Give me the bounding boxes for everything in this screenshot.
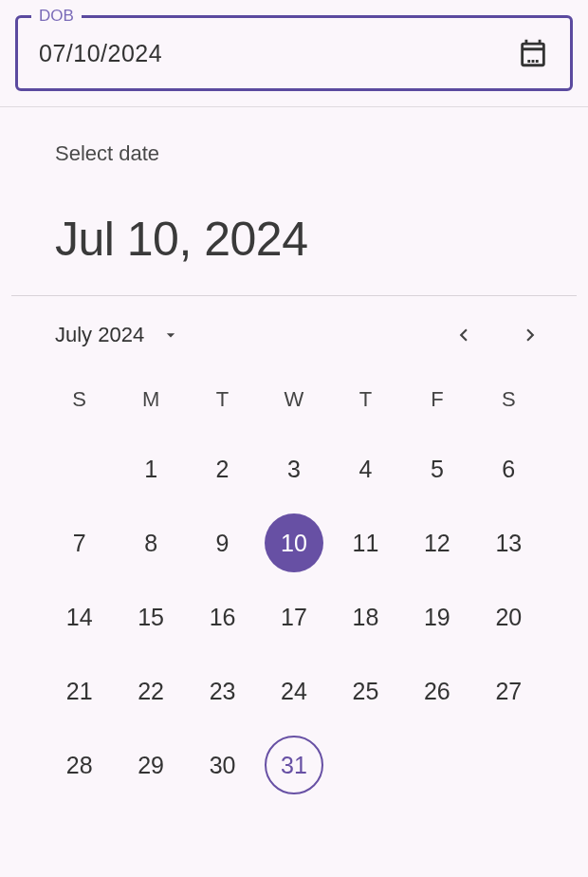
day-cell: 31	[258, 735, 329, 795]
day-cell: 18	[330, 587, 401, 647]
day-cell: 11	[330, 513, 401, 573]
date-picker-panel: Select date Jul 10, 2024 July 2024	[0, 141, 588, 795]
day-30[interactable]: 30	[193, 736, 252, 794]
day-cell: 3	[258, 438, 329, 499]
day-cell: 16	[187, 587, 258, 647]
weekday-header: W	[258, 387, 329, 412]
day-6[interactable]: 6	[479, 439, 538, 498]
day-cell: 7	[44, 513, 115, 573]
weekday-header: M	[115, 387, 186, 412]
day-18[interactable]: 18	[336, 588, 395, 646]
day-23[interactable]: 23	[193, 662, 252, 720]
day-cell: 19	[401, 587, 472, 647]
day-8[interactable]: 8	[121, 513, 180, 572]
dob-input-value: 07/10/2024	[39, 40, 162, 67]
weekday-header: S	[473, 387, 544, 412]
day-cell: 17	[258, 587, 329, 647]
month-year-label: July 2024	[55, 323, 144, 347]
day-cell: 9	[187, 513, 258, 573]
weekday-header: T	[330, 387, 401, 412]
day-16[interactable]: 16	[193, 588, 252, 646]
next-month-button[interactable]	[518, 323, 542, 347]
day-10[interactable]: 10	[265, 513, 323, 572]
day-cell: 5	[401, 438, 472, 499]
chevron-down-icon	[161, 326, 180, 345]
day-cell: 25	[330, 661, 401, 721]
day-cell: 10	[258, 513, 329, 573]
day-4[interactable]: 4	[336, 439, 395, 498]
dob-input-label: DOB	[31, 7, 82, 26]
dob-input-field[interactable]: DOB 07/10/2024	[15, 15, 573, 91]
day-29[interactable]: 29	[121, 736, 180, 794]
day-cell: 2	[187, 438, 258, 499]
day-20[interactable]: 20	[479, 588, 538, 646]
day-26[interactable]: 26	[408, 662, 467, 720]
day-31[interactable]: 31	[265, 736, 323, 794]
day-11[interactable]: 11	[336, 513, 395, 572]
day-cell: 23	[187, 661, 258, 721]
day-cell: 4	[330, 438, 401, 499]
day-cell: 12	[401, 513, 472, 573]
day-cell: 21	[44, 661, 115, 721]
day-9[interactable]: 9	[193, 513, 252, 572]
day-cell: 15	[115, 587, 186, 647]
day-3[interactable]: 3	[265, 439, 323, 498]
divider	[0, 106, 588, 107]
day-17[interactable]: 17	[265, 588, 323, 646]
month-year-selector[interactable]: July 2024	[55, 323, 180, 347]
day-25[interactable]: 25	[336, 662, 395, 720]
day-15[interactable]: 15	[121, 588, 180, 646]
day-1[interactable]: 1	[121, 439, 180, 498]
month-nav-arrows	[451, 323, 542, 347]
calendar-icon[interactable]	[517, 37, 549, 69]
day-28[interactable]: 28	[50, 736, 109, 794]
day-cell: 8	[115, 513, 186, 573]
day-cell: 24	[258, 661, 329, 721]
day-cell: 22	[115, 661, 186, 721]
day-7[interactable]: 7	[50, 513, 109, 572]
month-navigation: July 2024	[55, 323, 542, 347]
day-cell: 26	[401, 661, 472, 721]
weekday-header: T	[187, 387, 258, 412]
day-cell: 20	[473, 587, 544, 647]
day-14[interactable]: 14	[50, 588, 109, 646]
day-27[interactable]: 27	[479, 662, 538, 720]
day-24[interactable]: 24	[265, 662, 323, 720]
day-cell: 29	[115, 735, 186, 795]
day-5[interactable]: 5	[408, 439, 467, 498]
weekday-header: S	[44, 387, 115, 412]
weekday-header-row: SMTWTFS	[44, 387, 544, 412]
day-cell: 27	[473, 661, 544, 721]
day-13[interactable]: 13	[479, 513, 538, 572]
day-cell: 1	[115, 438, 186, 499]
day-cell: 28	[44, 735, 115, 795]
day-22[interactable]: 22	[121, 662, 180, 720]
day-12[interactable]: 12	[408, 513, 467, 572]
days-grid: 1234567891011121314151617181920212223242…	[44, 438, 544, 795]
calendar-grid: SMTWTFS 12345678910111213141516171819202…	[44, 387, 544, 795]
day-19[interactable]: 19	[408, 588, 467, 646]
prev-month-button[interactable]	[451, 323, 476, 347]
day-cell: 14	[44, 587, 115, 647]
day-cell: 30	[187, 735, 258, 795]
day-cell-empty	[44, 438, 115, 499]
select-date-label: Select date	[55, 141, 533, 166]
day-cell: 6	[473, 438, 544, 499]
day-21[interactable]: 21	[50, 662, 109, 720]
date-picker-container: DOB 07/10/2024 Select date Jul 10, 2024 …	[0, 15, 588, 877]
headline-date: Jul 10, 2024	[55, 212, 533, 267]
weekday-header: F	[401, 387, 472, 412]
divider	[11, 295, 577, 296]
day-2[interactable]: 2	[193, 439, 252, 498]
day-cell: 13	[473, 513, 544, 573]
